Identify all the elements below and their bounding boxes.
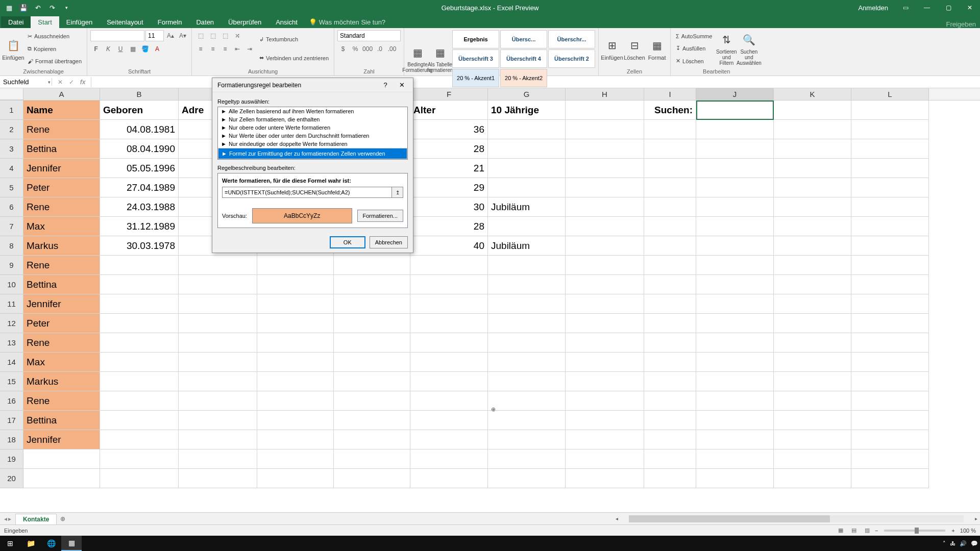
cell[interactable] bbox=[334, 333, 410, 353]
cell[interactable] bbox=[334, 314, 410, 333]
cell[interactable] bbox=[23, 469, 100, 488]
sheet-nav-prev-icon[interactable]: ◂ bbox=[4, 515, 7, 522]
cell[interactable]: Alter bbox=[410, 101, 488, 120]
cell[interactable] bbox=[488, 120, 566, 139]
cell[interactable] bbox=[257, 333, 334, 353]
cell[interactable] bbox=[179, 353, 257, 372]
signin-link[interactable]: Anmelden bbox=[852, 4, 894, 12]
maximize-icon[interactable]: ▢ bbox=[938, 0, 959, 15]
ok-button[interactable]: OK bbox=[330, 236, 365, 248]
cell[interactable] bbox=[257, 256, 334, 275]
cell[interactable] bbox=[566, 159, 644, 178]
cell[interactable] bbox=[851, 178, 929, 197]
row-header[interactable]: 14 bbox=[0, 353, 23, 372]
align-right-icon[interactable]: ≡ bbox=[219, 43, 231, 55]
cell[interactable] bbox=[566, 256, 644, 275]
cell[interactable]: Peter bbox=[23, 314, 100, 333]
cell[interactable] bbox=[696, 469, 774, 488]
cell[interactable] bbox=[566, 120, 644, 139]
increase-font-icon[interactable]: A▴ bbox=[165, 30, 176, 41]
cell[interactable]: Max bbox=[23, 353, 100, 372]
collapse-dialog-icon[interactable]: ↥ bbox=[392, 187, 403, 198]
cell[interactable]: 30 bbox=[410, 197, 488, 217]
cell[interactable] bbox=[774, 178, 851, 197]
cell[interactable]: Jubiläum bbox=[488, 197, 566, 217]
file-explorer-icon[interactable]: 📁 bbox=[20, 536, 41, 551]
row-header[interactable]: 16 bbox=[0, 391, 23, 411]
cell[interactable] bbox=[851, 469, 929, 488]
cell[interactable] bbox=[566, 197, 644, 217]
cell[interactable] bbox=[696, 294, 774, 314]
cell[interactable] bbox=[774, 411, 851, 430]
orientation-icon[interactable]: ⤮ bbox=[232, 30, 243, 41]
cell[interactable]: Rene bbox=[23, 256, 100, 275]
cell[interactable] bbox=[257, 449, 334, 469]
cell[interactable] bbox=[488, 449, 566, 469]
scroll-right-icon[interactable]: ▸ bbox=[972, 516, 980, 521]
cell[interactable] bbox=[100, 275, 179, 294]
row-header[interactable]: 9 bbox=[0, 256, 23, 275]
cell[interactable]: 08.04.1990 bbox=[100, 139, 179, 159]
cell[interactable] bbox=[179, 449, 257, 469]
cell[interactable] bbox=[488, 159, 566, 178]
cell[interactable] bbox=[334, 294, 410, 314]
cell[interactable] bbox=[179, 275, 257, 294]
cell[interactable] bbox=[410, 391, 488, 411]
name-box[interactable]: Suchfeld▾ bbox=[0, 78, 52, 86]
cell[interactable] bbox=[257, 391, 334, 411]
cell[interactable] bbox=[410, 294, 488, 314]
cell[interactable] bbox=[644, 372, 696, 391]
cell[interactable]: 10 Jährige bbox=[488, 101, 566, 120]
format-button[interactable]: Formatieren... bbox=[357, 210, 403, 222]
cell[interactable] bbox=[179, 333, 257, 353]
cell[interactable]: 28 bbox=[410, 139, 488, 159]
fill-button[interactable]: ↧Ausfüllen bbox=[674, 44, 714, 53]
border-button[interactable]: ▦ bbox=[127, 43, 138, 55]
cell[interactable] bbox=[488, 217, 566, 236]
cell[interactable] bbox=[696, 430, 774, 449]
cell[interactable] bbox=[644, 236, 696, 256]
percent-icon[interactable]: % bbox=[350, 43, 361, 55]
decrease-font-icon[interactable]: A▾ bbox=[177, 30, 188, 41]
column-header[interactable]: G bbox=[488, 88, 566, 100]
align-center-icon[interactable]: ≡ bbox=[207, 43, 218, 55]
cell[interactable] bbox=[100, 391, 179, 411]
cell[interactable]: 30.03.1978 bbox=[100, 236, 179, 256]
tab-start[interactable]: Start bbox=[31, 16, 59, 28]
cell[interactable] bbox=[566, 391, 644, 411]
cell[interactable] bbox=[257, 469, 334, 488]
cell[interactable] bbox=[851, 372, 929, 391]
ribbon-options-icon[interactable]: ▭ bbox=[895, 0, 916, 15]
cell[interactable] bbox=[257, 353, 334, 372]
cell[interactable] bbox=[774, 449, 851, 469]
cell[interactable] bbox=[179, 314, 257, 333]
cell[interactable] bbox=[488, 372, 566, 391]
column-header[interactable]: H bbox=[566, 88, 644, 100]
start-button[interactable]: ⊞ bbox=[0, 536, 20, 551]
font-size-select[interactable]: 11 bbox=[145, 30, 164, 41]
cell[interactable] bbox=[410, 372, 488, 391]
cell[interactable]: Rene bbox=[23, 391, 100, 411]
rule-type-item[interactable]: ► Nur Zellen formatieren, die enthalten bbox=[218, 115, 407, 123]
cell[interactable]: 31.12.1989 bbox=[100, 217, 179, 236]
format-as-table-button[interactable]: ▦Als Tabelle formatieren bbox=[430, 30, 450, 87]
align-middle-icon[interactable]: ⬚ bbox=[207, 30, 218, 41]
cell[interactable]: Peter bbox=[23, 178, 100, 197]
cell[interactable] bbox=[179, 411, 257, 430]
cell[interactable] bbox=[566, 430, 644, 449]
cell[interactable] bbox=[851, 101, 929, 120]
cell[interactable] bbox=[644, 256, 696, 275]
row-header[interactable]: 6 bbox=[0, 197, 23, 217]
cell[interactable] bbox=[774, 294, 851, 314]
style-item[interactable]: 20 % - Akzent1 bbox=[452, 69, 499, 87]
cell[interactable] bbox=[100, 256, 179, 275]
cell[interactable] bbox=[23, 449, 100, 469]
cell[interactable] bbox=[696, 314, 774, 333]
cell[interactable] bbox=[566, 236, 644, 256]
notification-icon[interactable]: 💬 bbox=[971, 540, 978, 547]
style-item[interactable]: Überschrift 4 bbox=[500, 49, 547, 68]
cell[interactable] bbox=[774, 256, 851, 275]
cell[interactable] bbox=[851, 197, 929, 217]
cell[interactable] bbox=[410, 314, 488, 333]
tab-file[interactable]: Datei bbox=[1, 16, 31, 28]
